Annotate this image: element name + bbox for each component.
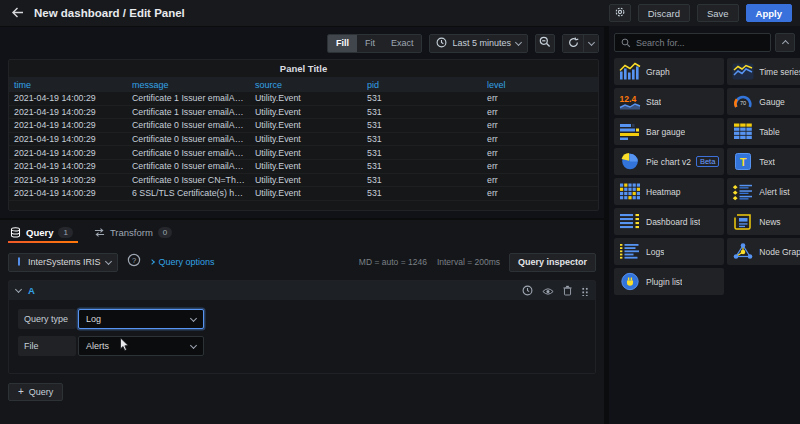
table-cell: err: [482, 175, 598, 185]
page-title: New dashboard / Edit Panel: [34, 7, 185, 19]
refresh-interval-button[interactable]: [583, 35, 598, 52]
table-cell: 531: [362, 134, 482, 144]
table-row: 2021-04-19 14:00:29Certificate 0 Issuer …: [9, 133, 598, 147]
save-button[interactable]: Save: [697, 4, 739, 22]
viz-search: [614, 33, 771, 52]
help-icon: ?: [127, 253, 141, 271]
tab-query[interactable]: Query 1: [8, 225, 78, 243]
viz-item-gauge[interactable]: 70Gauge: [727, 88, 800, 115]
viz-item-label: Stat: [646, 97, 661, 107]
hide-query-button[interactable]: [542, 282, 554, 300]
file-row: File Alerts: [18, 336, 595, 356]
refresh-icon: [568, 34, 579, 52]
datasource-picker[interactable]: InterSystems IRIS: [8, 253, 118, 272]
table-cell: 2021-04-19 14:00:29: [9, 161, 127, 171]
viz-item-news[interactable]: NewsBeta: [727, 208, 800, 235]
file-select[interactable]: Alerts: [78, 336, 204, 356]
query-row-actions: [522, 282, 588, 300]
size-mode-fit[interactable]: Fit: [357, 35, 383, 52]
table-header: timemessagesourcepidlevel: [9, 77, 598, 92]
viz-item-label: Table: [759, 127, 779, 137]
panel-title: Panel Title: [9, 60, 598, 77]
viz-item-text[interactable]: TText: [727, 148, 800, 175]
table-cell: 2021-04-19 14:00:29: [9, 175, 127, 185]
size-mode-group: Fill Fit Exact: [327, 34, 423, 53]
viz-item-table[interactable]: Table: [727, 118, 800, 145]
table-cell: err: [482, 107, 598, 117]
datasource-help-button[interactable]: ?: [127, 253, 141, 271]
column-header-source[interactable]: source: [250, 80, 362, 90]
size-mode-exact[interactable]: Exact: [383, 35, 422, 52]
back-button[interactable]: [8, 4, 26, 22]
plus-icon: +: [18, 387, 24, 397]
bargauge-viz-icon: [619, 122, 641, 141]
history-button[interactable]: [522, 282, 533, 300]
stat-viz-icon: 12.4: [619, 92, 641, 111]
viz-item-graph[interactable]: Graph: [614, 58, 724, 85]
table-cell: Certificate 0 Issuer emailAddress=…: [127, 120, 250, 130]
viz-item-heatmap[interactable]: Heatmap: [614, 178, 724, 205]
panel-settings-button[interactable]: [609, 4, 631, 22]
table-row: 2021-04-19 14:00:29Certificate 1 Issuer …: [9, 106, 598, 120]
column-header-level[interactable]: level: [482, 80, 598, 90]
svg-text:12.4: 12.4: [620, 94, 637, 104]
column-header-pid[interactable]: pid: [362, 80, 482, 90]
panel-preview: Panel Title timemessagesourcepidlevel 20…: [8, 59, 599, 211]
table-cell: 2021-04-19 14:00:29: [9, 188, 127, 198]
viz-item-dashboard-list[interactable]: Dashboard list: [614, 208, 724, 235]
discard-button[interactable]: Discard: [638, 4, 690, 22]
viz-item-plugin-list[interactable]: Plugin list: [614, 268, 724, 295]
column-header-time[interactable]: time: [9, 80, 127, 90]
news-viz-icon: [732, 212, 754, 231]
tab-query-count: 1: [58, 227, 72, 238]
chevron-down-icon: [190, 314, 197, 321]
collapse-sidebar-button[interactable]: [775, 33, 795, 52]
table-cell: 531: [362, 148, 482, 158]
database-icon: [10, 227, 21, 238]
table-cell: Utility.Event: [250, 148, 362, 158]
viz-item-time-series[interactable]: Time seriesBeta: [727, 58, 800, 85]
chevron-right-icon: [149, 259, 155, 265]
query-type-select[interactable]: Log: [78, 309, 204, 329]
time-range-picker[interactable]: Last 5 minutes: [429, 34, 528, 53]
delete-query-button[interactable]: [563, 282, 572, 300]
add-query-label: Query: [29, 387, 54, 397]
viz-grid: GraphTime seriesBeta12.4Stat70GaugeBar g…: [614, 58, 795, 295]
back-arrow-icon: [11, 4, 24, 22]
chevron-down-icon: [104, 257, 111, 264]
add-query-button[interactable]: + Query: [8, 383, 63, 401]
refresh-button[interactable]: [563, 35, 583, 52]
query-options-label: Query options: [159, 257, 215, 267]
query-inspector-button[interactable]: Query inspector: [509, 253, 596, 272]
viz-item-label: Graph: [646, 67, 670, 77]
table-cell: 2021-04-19 14:00:29: [9, 120, 127, 130]
viz-search-row: [614, 33, 795, 52]
viz-item-label: Logs: [646, 247, 664, 257]
viz-item-label: Time series: [759, 67, 800, 77]
file-value: Alerts: [86, 341, 109, 351]
query-options-toggle[interactable]: Query options: [150, 257, 215, 267]
zoom-out-button[interactable]: [535, 34, 555, 53]
column-header-message[interactable]: message: [127, 80, 250, 90]
viz-item-label: Node Graph: [759, 247, 800, 257]
viz-item-node-graph[interactable]: Node GraphBeta: [727, 238, 800, 265]
viz-item-alert-list[interactable]: Alert list: [727, 178, 800, 205]
query-row-card: A: [8, 280, 596, 374]
viz-item-label: News: [759, 217, 780, 227]
table-cell: 531: [362, 107, 482, 117]
refresh-group: [562, 34, 599, 53]
table-cell: 531: [362, 93, 482, 103]
viz-item-stat[interactable]: 12.4Stat: [614, 88, 724, 115]
file-label: File: [18, 336, 76, 356]
datasource-row: InterSystems IRIS ? Query options MD = a…: [8, 252, 596, 272]
drag-handle[interactable]: [581, 286, 588, 296]
table-row: 2021-04-19 14:00:29Certificate 1 Issuer …: [9, 92, 598, 106]
viz-item-pie-chart-v2[interactable]: Pie chart v2Beta: [614, 148, 724, 175]
viz-item-logs[interactable]: Logs: [614, 238, 724, 265]
viz-search-input[interactable]: [636, 38, 764, 48]
tab-transform[interactable]: Transform 0: [92, 225, 177, 243]
viz-item-bar-gauge[interactable]: Bar gauge: [614, 118, 724, 145]
apply-button[interactable]: Apply: [746, 4, 792, 22]
query-row-header[interactable]: A: [9, 281, 595, 300]
size-mode-fill[interactable]: Fill: [328, 35, 357, 52]
